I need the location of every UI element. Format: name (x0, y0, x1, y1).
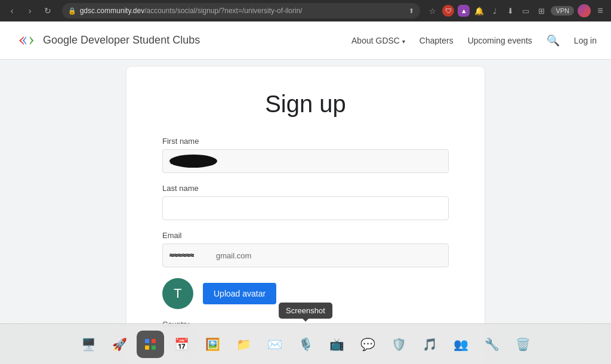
tabs-icon[interactable]: ⊞ (535, 5, 547, 17)
last-name-input[interactable] (162, 196, 449, 220)
bookmark-icon[interactable]: ☆ (427, 5, 439, 17)
site-nav: Google Developer Student Clubs About GDS… (0, 21, 611, 60)
site-logo[interactable]: Google Developer Student Clubs (14, 32, 200, 50)
browser-chrome: ‹ › ↻ 🔒 gdsc.community.dev/accounts/soci… (0, 0, 611, 21)
nav-right: About GDSC ▾ Chapters Upcoming events 🔍 … (351, 34, 597, 47)
address-bar[interactable]: 🔒 gdsc.community.dev/accounts/social/sig… (62, 3, 420, 18)
dock-item-files[interactable]: 📁 (230, 331, 257, 358)
dock-item-appgrid[interactable] (137, 331, 164, 358)
search-icon[interactable]: 🔍 (547, 34, 560, 47)
dock-item-mail[interactable]: ✉️ (261, 331, 288, 358)
dock-item-teams[interactable]: 👥 (447, 331, 474, 358)
form-title: Sign up (162, 91, 449, 118)
music-icon[interactable]: ♩ (489, 5, 501, 17)
email-input[interactable] (162, 243, 449, 267)
dock-item-whatsapp[interactable]: 💬 (354, 331, 381, 358)
lock-icon: 🔒 (68, 7, 76, 15)
svg-rect-9 (152, 346, 156, 350)
nav-about-gdsc[interactable]: About GDSC ▾ (351, 36, 405, 45)
dock: 🖥️ 🚀 📅 🖼️ 📁 ✉️ 🎙️ 📺 💬 🛡️ 🎵 👥 🔧 🗑️ (0, 323, 611, 364)
reader-icon[interactable]: ▭ (520, 5, 532, 17)
dock-item-extra[interactable]: 🔧 (478, 331, 505, 358)
first-name-redaction (169, 155, 217, 168)
profile-avatar[interactable] (578, 4, 591, 17)
extension-icon-2[interactable]: ▲ (458, 5, 470, 17)
dock-item-tv[interactable]: 📺 (323, 331, 350, 358)
site-name: Google Developer Student Clubs (43, 34, 200, 47)
dock-item-photos[interactable]: 🖼️ (199, 331, 226, 358)
upload-avatar-button[interactable]: Upload avatar (203, 283, 276, 304)
gdsc-logo-svg (14, 32, 38, 50)
nav-login[interactable]: Log in (574, 36, 597, 45)
vpn-badge: VPN (551, 6, 574, 16)
first-name-group: First name (162, 137, 449, 173)
svg-rect-6 (145, 339, 149, 343)
first-name-container (162, 149, 449, 173)
nav-chapters[interactable]: Chapters (419, 36, 453, 45)
screenshot-tooltip: Screenshot (279, 303, 332, 319)
browser-menu-icon[interactable]: ≡ (594, 5, 606, 17)
dock-item-trash[interactable]: 🗑️ (509, 331, 536, 358)
share-icon: ⬆ (409, 7, 414, 15)
email-redaction: ≈≈≈≈≈≈ (169, 251, 194, 260)
nav-upcoming-events[interactable]: Upcoming events (468, 36, 532, 45)
dock-item-launchpad[interactable]: 🚀 (106, 331, 133, 358)
download-icon[interactable]: ⬇ (504, 5, 516, 17)
dock-item-vpn-shield[interactable]: 🛡️ (385, 331, 412, 358)
svg-marker-5 (30, 36, 33, 45)
dock-item-spotify[interactable]: 🎵 (416, 331, 443, 358)
first-name-label: First name (162, 137, 449, 146)
last-name-group: Last name (162, 184, 449, 220)
avatar: T (162, 278, 193, 309)
svg-rect-7 (152, 339, 156, 343)
forward-button[interactable]: › (23, 4, 37, 18)
extension-icon-1[interactable]: 🛡 (442, 5, 454, 17)
email-label: Email (162, 231, 449, 240)
browser-toolbar-right: ☆ 🛡 ▲ 🔔 ♩ ⬇ ▭ ⊞ VPN ≡ (427, 4, 606, 17)
last-name-label: Last name (162, 184, 449, 193)
back-button[interactable]: ‹ (5, 4, 19, 18)
email-group: Email ≈≈≈≈≈≈ gmail.com (162, 231, 449, 267)
notifications-icon[interactable]: 🔔 (473, 5, 485, 17)
svg-rect-8 (145, 346, 149, 350)
email-suffix-display: gmail.com (216, 251, 251, 260)
appgrid-icon (143, 337, 158, 351)
url-display: gdsc.community.dev/accounts/social/signu… (80, 7, 405, 15)
reload-button[interactable]: ↻ (41, 4, 55, 18)
dock-item-podcast[interactable]: 🎙️ (292, 331, 319, 358)
email-container: ≈≈≈≈≈≈ gmail.com (162, 243, 449, 267)
dock-item-calendar[interactable]: 📅 (168, 331, 195, 358)
dock-item-finder[interactable]: 🖥️ (75, 331, 102, 358)
url-path: /accounts/social/signup/?next=/universit… (144, 7, 302, 15)
